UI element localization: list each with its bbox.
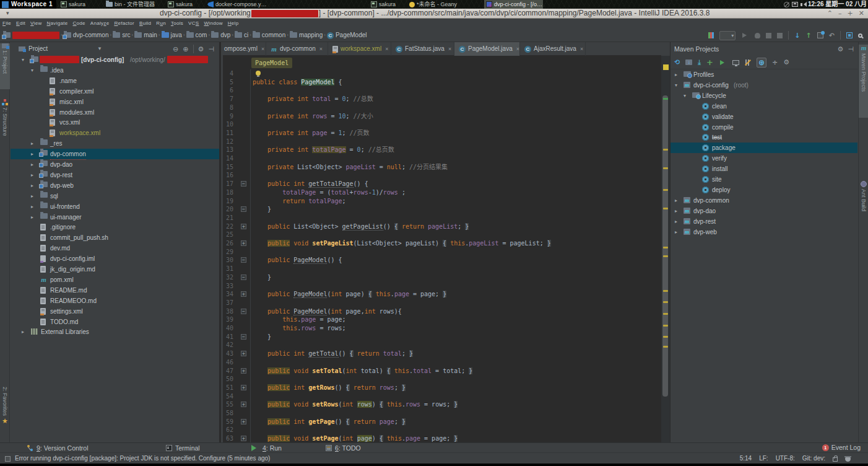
tab-ompose-yml[interactable]: ompose.yml× xyxy=(223,42,266,56)
project-item-commit-pull-push-sh[interactable]: commit_pull_push.sh xyxy=(11,232,219,243)
breadcrumb-redacted[interactable] xyxy=(3,32,59,39)
code-line-29[interactable]: 29 xyxy=(223,248,661,257)
project-item--res[interactable]: ▸_res xyxy=(11,138,219,149)
project-item--idea[interactable]: ▾.idea xyxy=(11,65,219,76)
code-line-5[interactable]: 5public class PageModel { xyxy=(223,78,661,87)
code-line-32[interactable]: 32− } xyxy=(223,273,661,282)
maven-item-clean[interactable]: clean xyxy=(671,101,857,112)
hide-icon[interactable]: ⊣ xyxy=(208,46,214,53)
project-item-dvp-dao[interactable]: ▸dvp-dao xyxy=(11,159,219,170)
editor-error-stripe[interactable] xyxy=(661,56,670,442)
status-widget[interactable]: Git: dev: xyxy=(802,453,825,464)
refresh-icon[interactable]: ⟲ xyxy=(674,59,680,66)
menu-run[interactable]: Run xyxy=(154,19,168,29)
code-line-54[interactable]: 54 xyxy=(223,392,661,401)
download-icon[interactable]: ⤓ xyxy=(698,59,701,66)
filter-icon[interactable]: ÷ xyxy=(772,59,778,66)
project-item-ui-manager[interactable]: ▸ui-manager xyxy=(11,212,219,222)
tab-close-icon[interactable]: × xyxy=(385,42,388,56)
run-config-selector[interactable]: ▾ xyxy=(719,31,736,40)
close-button[interactable]: ✕ xyxy=(859,9,864,18)
code-line-42[interactable]: 42 xyxy=(223,341,661,350)
breadcrumb-src[interactable]: src xyxy=(113,29,130,43)
project-item-workspace-xml[interactable]: workspace.xml xyxy=(11,128,219,138)
code-line-38[interactable]: 38− public PageModel(int page,int rows){ xyxy=(223,307,661,316)
code-line-50[interactable]: 50 xyxy=(223,375,661,384)
project-item-dvp-common[interactable]: ▸dvp-common xyxy=(11,149,219,159)
msettings-icon[interactable]: ⚙ xyxy=(783,59,789,66)
code-line-13[interactable]: 13 private int totalPage = 0; //总页数 xyxy=(223,146,661,154)
project-item-readmeoo-md[interactable]: READMEOO.md xyxy=(11,296,219,306)
code-line-15[interactable]: 15 private List<Object> pageList = null;… xyxy=(223,163,661,172)
stripe--structure[interactable]: 7: Structure xyxy=(0,99,10,156)
toolwindow-button-4-run[interactable]: 4: Run xyxy=(250,443,282,453)
tab-close-icon[interactable]: × xyxy=(516,42,519,56)
menu-file[interactable]: File xyxy=(0,19,14,29)
menu-analyze[interactable]: Analyze xyxy=(88,19,112,29)
shade-button[interactable]: ⌃ xyxy=(827,9,833,18)
import-icon[interactable]: ↓ xyxy=(685,59,692,65)
project-item-compiler-xml[interactable]: compiler.xml xyxy=(11,86,219,97)
collapse-icon[interactable]: ⊖ xyxy=(173,46,178,53)
project-item--name[interactable]: .name xyxy=(11,76,219,86)
breadcrumb-class[interactable]: PageModel xyxy=(251,58,292,68)
project-item-pom-xml[interactable]: mpom.xml xyxy=(11,275,219,285)
plus-icon[interactable]: + xyxy=(706,59,713,66)
code-line-33[interactable]: 33 xyxy=(223,282,661,291)
code-line-30[interactable]: 30− public PageModel() { xyxy=(223,256,661,265)
breadcrumb-PageModel[interactable]: CPageModel xyxy=(327,29,367,42)
code-line-14[interactable]: 14 xyxy=(223,154,661,163)
code-line-51[interactable]: 51+ public int getRows() { return rows; … xyxy=(223,384,661,392)
tab-close-icon[interactable]: × xyxy=(448,42,451,56)
locate-icon[interactable]: ⊕ xyxy=(183,46,188,53)
code-line-37[interactable]: 37 xyxy=(223,299,661,307)
menu-build[interactable]: Build xyxy=(137,19,154,29)
debug-button[interactable] xyxy=(755,33,760,38)
code-line-10[interactable]: 10 xyxy=(223,120,661,129)
project-item-misc-xml[interactable]: misc.xml xyxy=(11,97,219,107)
project-root[interactable]: ▾[dvp-ci-config]/opt/working/ xyxy=(11,55,219,65)
project-view-dropdown[interactable]: ▼ xyxy=(97,42,102,56)
menu-navigate[interactable]: Navigate xyxy=(45,19,71,29)
maven-item-deploy[interactable]: deploy xyxy=(671,185,857,195)
stripe--project[interactable]: 1: Project xyxy=(0,43,10,89)
tab-close-icon[interactable]: × xyxy=(580,42,583,56)
maven-item-dvp-ci-config[interactable]: ▾mdvp-ci-config (root) xyxy=(671,80,857,90)
breadcrumb-com[interactable]: com xyxy=(186,29,207,43)
tab-pagemodel-java[interactable]: CPageModel.java× xyxy=(454,42,520,56)
code-line-9[interactable]: 9 private int rows = 10; //大小 xyxy=(223,112,661,121)
stop-button[interactable] xyxy=(777,33,783,38)
code-line-34[interactable]: 34+ public PageModel(int page) { this.pa… xyxy=(223,290,661,299)
menu-code[interactable]: Code xyxy=(70,19,87,29)
breadcrumb-java[interactable]: java xyxy=(162,29,182,43)
play-icon[interactable] xyxy=(720,60,727,65)
maven-item-validate[interactable]: validate xyxy=(671,112,857,122)
search-everywhere-button[interactable] xyxy=(858,33,862,38)
coverage-button[interactable] xyxy=(766,33,771,38)
monitor-icon[interactable] xyxy=(732,60,739,65)
breadcrumb-main[interactable]: main xyxy=(134,29,157,43)
skip-icon[interactable] xyxy=(745,59,751,66)
breadcrumb-common[interactable]: common xyxy=(253,29,285,43)
code-line-7[interactable]: 7 private int total = 0; //总数 xyxy=(223,95,661,103)
taskbar-window-0[interactable]: sakura xyxy=(59,0,103,9)
vcs-revert-button[interactable]: ↶ xyxy=(829,32,835,39)
maven-item-package[interactable]: package xyxy=(671,143,857,153)
code-line-25[interactable]: 25 xyxy=(223,231,661,239)
toolwindow-button-9-version-control[interactable]: 9: Version Control xyxy=(27,443,88,453)
code-line-55[interactable]: 55+ public void setRows(int rows) { this… xyxy=(223,400,661,409)
maven-item-verify[interactable]: verify xyxy=(671,153,857,164)
menu-edit[interactable]: Edit xyxy=(14,19,28,29)
code-line-41[interactable]: 41− } xyxy=(223,333,661,341)
code-line-21[interactable]: 21 xyxy=(223,214,661,222)
maven-item-test[interactable]: test xyxy=(671,132,857,143)
stripe-maven-projects[interactable]: mMaven Projects xyxy=(859,45,868,118)
code-line-17[interactable]: 17− public int getTotalPage() { xyxy=(223,180,661,188)
maven-item-compile[interactable]: compile xyxy=(671,122,857,133)
stripe--favorites[interactable]: 2: Favorites★ xyxy=(0,387,10,439)
code-line-43[interactable]: 43+ public int getTotal() { return total… xyxy=(223,350,661,358)
taskbar-window-1[interactable]: bin - 文件管理器 xyxy=(104,0,165,9)
code-line-12[interactable]: 12 xyxy=(223,138,661,146)
stripe-ant-build[interactable]: Ant Build xyxy=(859,181,868,235)
tab-workspace-xml[interactable]: workspace.xml× xyxy=(328,42,391,56)
